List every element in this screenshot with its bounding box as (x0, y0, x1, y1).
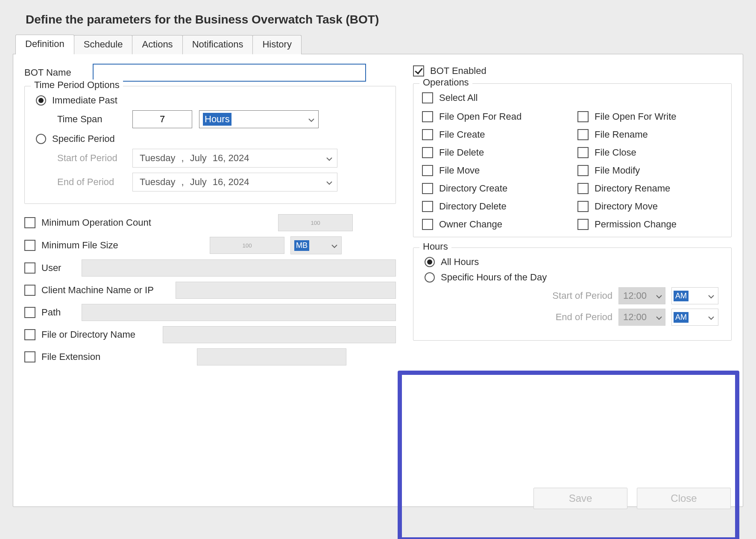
op-dir-move: Directory Move (595, 201, 658, 212)
user-label: User (41, 262, 76, 274)
save-button[interactable]: Save (533, 488, 627, 509)
hours-start-label: Start of Period (446, 290, 612, 301)
radio-immediate-past[interactable] (36, 95, 46, 106)
specific-hours-label: Specific Hours of the Day (441, 272, 547, 283)
hours-start-ampm: AM (674, 291, 689, 301)
chevron-down-icon (656, 290, 662, 301)
ext-label: File Extension (41, 351, 191, 362)
chk-op-file-delete[interactable] (422, 147, 433, 158)
chk-ext[interactable] (24, 351, 35, 362)
time-span-unit-value: Hours (203, 113, 231, 126)
op-owner-change: Owner Change (439, 219, 502, 230)
chevron-down-icon (326, 153, 333, 164)
ext-input[interactable] (197, 348, 346, 365)
chk-name[interactable] (24, 329, 35, 340)
op-file-delete: File Delete (439, 147, 484, 158)
end-day-year: 16, 2024 (213, 177, 249, 188)
chk-op-file-create[interactable] (422, 129, 433, 140)
chk-op-file-open-read[interactable] (422, 111, 433, 122)
close-button[interactable]: Close (637, 488, 731, 509)
hours-start-ampm-select[interactable]: AM (671, 287, 718, 304)
tab-history[interactable]: History (252, 35, 301, 54)
name-input[interactable] (163, 326, 396, 343)
chevron-down-icon (656, 312, 662, 323)
client-label: Client Machine Name or IP (41, 285, 170, 296)
radio-specific-period-label: Specific Period (52, 133, 115, 144)
op-file-open-write: File Open For Write (595, 111, 677, 122)
radio-specific-hours[interactable] (425, 272, 435, 283)
op-dir-delete: Directory Delete (439, 201, 507, 212)
tab-actions[interactable]: Actions (132, 35, 182, 54)
client-input[interactable] (176, 282, 396, 299)
chevron-down-icon (331, 240, 338, 251)
chk-user[interactable] (24, 262, 35, 274)
chk-bot-enabled[interactable] (413, 65, 424, 77)
bot-enabled-label: BOT Enabled (430, 65, 486, 77)
min-file-size-unit: MB (294, 240, 309, 251)
bot-name-label: BOT Name (24, 67, 93, 78)
op-file-rename: File Rename (595, 129, 648, 140)
chk-min-op-count[interactable] (24, 217, 35, 228)
min-file-size-label: Minimum File Size (41, 240, 204, 251)
tab-definition[interactable]: Definition (15, 35, 74, 54)
definition-panel: BOT Name Time Period Options Immediate P… (13, 54, 743, 507)
bot-name-input[interactable] (93, 64, 366, 82)
chk-op-dir-create[interactable] (422, 183, 433, 194)
radio-specific-period[interactable] (36, 134, 46, 144)
path-label: Path (41, 307, 76, 318)
op-dir-rename: Directory Rename (595, 183, 670, 194)
highlight-box (398, 371, 739, 539)
end-sep: , (182, 177, 184, 188)
chevron-down-icon (708, 290, 715, 301)
operations-group: Operations Select All File Open For Read… (413, 83, 732, 237)
chevron-down-icon (708, 312, 715, 323)
hours-end-label: End of Period (446, 312, 612, 323)
chk-op-file-rename[interactable] (577, 129, 589, 140)
chk-select-all[interactable] (422, 92, 433, 103)
min-file-size-unit-select[interactable]: MB (290, 236, 342, 254)
chk-op-perm-change[interactable] (577, 219, 589, 230)
operations-legend: Operations (419, 77, 472, 88)
time-span-unit-select[interactable]: Hours (199, 110, 319, 128)
min-file-size-input[interactable] (210, 237, 284, 254)
chevron-down-icon (326, 177, 333, 188)
chk-min-file-size[interactable] (24, 240, 35, 251)
start-of-period-picker[interactable]: Tuesday , July 16, 2024 (132, 149, 337, 168)
all-hours-label: All Hours (441, 256, 479, 268)
tab-schedule[interactable]: Schedule (74, 35, 133, 54)
radio-all-hours[interactable] (425, 257, 435, 267)
hours-legend: Hours (419, 241, 451, 252)
op-file-close: File Close (595, 147, 636, 158)
start-sep: , (182, 153, 184, 164)
chk-op-file-close[interactable] (577, 147, 589, 158)
radio-immediate-past-label: Immediate Past (52, 95, 117, 106)
op-file-move: File Move (439, 165, 480, 176)
op-dir-create: Directory Create (439, 183, 507, 194)
end-month: July (190, 177, 207, 188)
tab-notifications[interactable]: Notifications (182, 35, 253, 54)
page-title: Define the parameters for the Business O… (26, 13, 743, 27)
min-op-count-label: Minimum Operation Count (41, 217, 272, 228)
start-month: July (190, 153, 207, 164)
user-input[interactable] (82, 259, 396, 277)
time-span-input[interactable] (132, 110, 192, 128)
chk-path[interactable] (24, 307, 35, 318)
end-of-period-picker[interactable]: Tuesday , July 16, 2024 (132, 173, 337, 191)
hours-end-time-select[interactable]: 12:00 (618, 309, 665, 326)
hours-end-ampm-select[interactable]: AM (671, 309, 718, 326)
hours-end-ampm: AM (674, 312, 689, 323)
op-file-modify: File Modify (595, 165, 640, 176)
path-input[interactable] (82, 304, 396, 321)
chk-op-file-open-write[interactable] (577, 111, 589, 122)
select-all-label: Select All (439, 92, 478, 103)
hours-start-time-select[interactable]: 12:00 (618, 287, 665, 304)
start-dow: Tuesday (140, 153, 176, 164)
chk-op-dir-delete[interactable] (422, 201, 433, 212)
chk-op-file-move[interactable] (422, 165, 433, 176)
chk-op-dir-move[interactable] (577, 201, 589, 212)
chk-op-file-modify[interactable] (577, 165, 589, 176)
chk-client[interactable] (24, 285, 35, 296)
chk-op-dir-rename[interactable] (577, 183, 589, 194)
min-op-count-input[interactable] (278, 214, 353, 231)
chk-op-owner-change[interactable] (422, 219, 433, 230)
